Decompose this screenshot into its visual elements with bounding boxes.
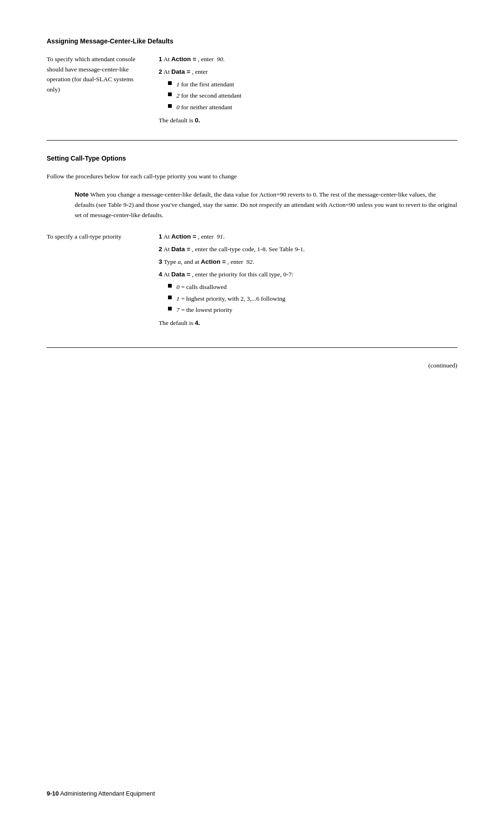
data-label: Data = (171, 68, 190, 75)
divider1 (47, 140, 457, 141)
section2-title: Setting Call-Type Options (47, 155, 457, 162)
type-val: a (178, 258, 181, 265)
data-label: Data = (171, 246, 190, 253)
note-text: When you change a message-center-like de… (75, 191, 457, 219)
continued-text: (continued) (428, 362, 457, 369)
footer-page-ref: 9-10 (47, 790, 59, 797)
bullet-text: 0 for neither attendant (176, 102, 232, 113)
note-label: Note (75, 191, 89, 198)
default-prefix: The default is (159, 319, 195, 326)
bullet-icon (168, 81, 172, 85)
bullet-text: 0 = calls disallowed (176, 282, 227, 292)
action-label: Action = (171, 56, 196, 63)
action-label: Action = (171, 233, 196, 240)
section1-left: To specify which attendant console shoul… (47, 54, 140, 126)
section1-bullets: 1 for the first attendant 2 for the seco… (168, 79, 457, 113)
section2-left: To specify a call-type priority (47, 232, 140, 328)
bullet-item: 1 = highest priority, with 2, 3,...6 fol… (168, 294, 457, 304)
section2-right: 1 At Action = , enter 91. 2 At Data = , … (159, 232, 457, 328)
section1-default: The default is 0. (159, 115, 457, 126)
step-num: 1 (159, 56, 162, 63)
bullet-text: 1 for the first attendant (176, 79, 234, 90)
bullet-item: 1 for the first attendant (168, 79, 457, 90)
action-val: 91 (217, 233, 224, 240)
step-num-2: 2 (159, 246, 162, 253)
page: Assigning Message-Center-Like Defaults T… (0, 0, 504, 825)
section1-content: To specify which attendant console shoul… (47, 54, 457, 126)
step1-2: 2 At Data = , enter (159, 67, 457, 78)
data-label2: Data = (171, 271, 190, 278)
bullet-icon (168, 104, 172, 108)
step-num-4: 4 (159, 271, 162, 278)
step2-3: 3 Type a, and at Action = , enter 92. (159, 257, 457, 268)
bullet-icon (168, 307, 172, 310)
section1: Assigning Message-Center-Like Defaults T… (47, 37, 457, 126)
divider2 (47, 347, 457, 348)
step1-1: 1 At Action = , enter 90. (159, 54, 457, 65)
bullet-icon (168, 296, 172, 299)
step-num-3: 3 (159, 258, 162, 265)
default-value: 4. (195, 319, 200, 326)
bullet-item: 0 for neither attendant (168, 102, 457, 113)
bullet-icon (168, 92, 172, 96)
action-val: 90 (217, 56, 224, 63)
section2-bullets: 0 = calls disallowed 1 = highest priorit… (168, 282, 457, 315)
bullet-icon (168, 284, 172, 288)
step-num-2: 2 (159, 68, 162, 75)
footer-main-text: Administering Attendant Equipment (60, 790, 155, 797)
bullet-item: 7 = the lowest priority (168, 305, 457, 315)
bullet-item: 2 for the second attendant (168, 91, 457, 101)
action-val2: 92 (246, 258, 253, 265)
bullet-text: 1 = highest priority, with 2, 3,...6 fol… (176, 294, 286, 304)
default-value: 0. (195, 117, 200, 124)
section1-title: Assigning Message-Center-Like Defaults (47, 37, 457, 45)
bullet-item: 0 = calls disallowed (168, 282, 457, 292)
action-label2: Action = (201, 258, 226, 265)
footer: 9-10 Administering Attendant Equipment (47, 790, 457, 797)
section2: Setting Call-Type Options Follow the pro… (47, 155, 457, 329)
step2-1: 1 At Action = , enter 91. (159, 232, 457, 242)
bullet-text: 7 = the lowest priority (176, 305, 232, 315)
step2-4: 4 At Data = , enter the priority for thi… (159, 269, 457, 280)
section2-content: To specify a call-type priority 1 At Act… (47, 232, 457, 328)
section2-intro: Follow the procedures below for each cal… (47, 171, 457, 182)
section2-default: The default is 4. (159, 318, 457, 329)
bullet-text: 2 for the second attendant (176, 91, 241, 101)
footer-text: 9-10 Administering Attendant Equipment (47, 790, 155, 797)
note-block: Note When you change a message-center-li… (75, 190, 457, 221)
step2-2: 2 At Data = , enter the call-type code, … (159, 244, 457, 255)
continued-line: (continued) (47, 362, 457, 369)
step-num: 1 (159, 233, 162, 240)
default-prefix: The default is (159, 117, 195, 124)
section1-right: 1 At Action = , enter 90. 2 At Data = , … (159, 54, 457, 126)
